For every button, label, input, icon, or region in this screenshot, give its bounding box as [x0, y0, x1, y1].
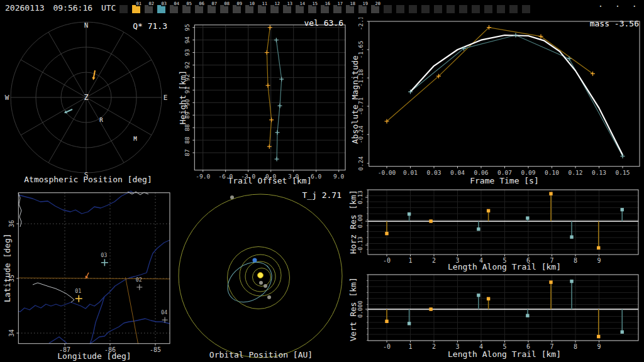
atmospheric-position-chart: NESWZRM [0, 18, 176, 185]
camera-tab-number: 20 [375, 1, 381, 6]
svg-text:95: 95 [184, 24, 191, 31]
camera-tabs: 0102030405060708091011121314151617181920 [119, 5, 530, 13]
tab-slot-empty[interactable] [409, 5, 417, 13]
tab-slot-empty[interactable] [434, 5, 442, 13]
markers-camera-01 [385, 25, 596, 123]
camera-tab-14[interactable]: 14 [296, 5, 304, 13]
tab-slot-empty[interactable] [522, 5, 530, 13]
camera-tab-number: 13 [287, 1, 293, 6]
orbital-caption: Orbital Position [AU] [176, 350, 346, 359]
camera-tab-13[interactable]: 13 [283, 5, 291, 13]
camera-tab-number: 15 [312, 1, 318, 6]
camera-tab-11[interactable]: 11 [258, 5, 266, 13]
svg-text:94: 94 [184, 36, 191, 44]
camera-tab-08[interactable]: 08 [220, 5, 228, 13]
utc-clock: 20260113 09:56:16 UTC [5, 3, 116, 13]
series-camera-03 [276, 40, 281, 159]
stems-camera-01 [385, 192, 600, 250]
qstar-stat: Q* 71.3 [133, 21, 167, 31]
tisserand-stat: T_j 2.71 [302, 190, 341, 200]
tab-slot-empty[interactable] [384, 5, 392, 13]
svg-text:0.10: 0.10 [545, 169, 559, 176]
camera-tab-03[interactable]: 03 [157, 5, 165, 13]
mass-stat: mass -3.56 [590, 19, 639, 28]
camera-tab-number: 03 [161, 1, 167, 6]
camera-tab-17[interactable]: 17 [333, 5, 341, 13]
panel-trail-offset: vel 63.6 Height [km] -9.0-6.0-3.00.03.06… [176, 18, 346, 185]
camera-tab-number: 14 [299, 1, 306, 6]
sun-dot [258, 273, 264, 278]
tab-slot-empty[interactable] [119, 5, 128, 13]
longitude-caption: Longitude [deg] [0, 351, 176, 361]
camera-tab-12[interactable]: 12 [270, 5, 279, 13]
svg-text:02: 02 [136, 277, 142, 283]
svg-text:0.03: 0.03 [427, 169, 441, 176]
camera-tab-15[interactable]: 15 [308, 5, 316, 13]
tab-slot-empty[interactable] [459, 5, 467, 13]
camera-tab-01[interactable]: 01 [132, 5, 140, 13]
camera-tab-number: 18 [350, 1, 356, 6]
svg-text:-0.00: -0.00 [378, 169, 396, 176]
magnitude-ylabel: Absolute Magnitude [350, 55, 360, 144]
markers-camera-01 [265, 25, 274, 148]
tab-slot-empty[interactable] [472, 5, 480, 13]
tab-slot-empty[interactable] [421, 5, 430, 13]
stems-camera-03 [408, 280, 624, 334]
ground-track-map: -87-86-8536353401020304 [0, 185, 176, 362]
svg-text:0.24: 0.24 [357, 156, 364, 170]
vert-res-chart: -01234567890.000 [346, 272, 644, 362]
orbital-position-chart [176, 185, 346, 362]
svg-text:0.13: 0.13 [357, 190, 364, 204]
horz-res-chart: -01234567890.130.00-0.13 [346, 185, 644, 272]
svg-text:E: E [164, 94, 168, 102]
meteor-ground-marker [86, 273, 89, 279]
planet-dot [267, 295, 271, 299]
frame-time-caption: Frame Time [s] [346, 176, 644, 185]
tab-slot-empty[interactable] [396, 5, 404, 13]
camera-tab-07[interactable]: 07 [208, 5, 216, 13]
tab-slot-empty[interactable] [509, 5, 518, 13]
meteor-trail-03 [64, 109, 72, 113]
svg-text:R: R [99, 117, 103, 123]
camera-tab-09[interactable]: 09 [233, 5, 241, 13]
panel-light-curve: mass -3.56 Absolute Magnitude -0.000.010… [346, 18, 644, 185]
camera-tab-number: 19 [362, 1, 369, 6]
tab-slot-empty[interactable] [497, 5, 505, 13]
descent-track-line [125, 277, 138, 344]
horz-res-ylabel: Horz Res [km] [348, 190, 358, 254]
svg-text:0.00: 0.00 [357, 214, 364, 228]
camera-tab-16[interactable]: 16 [321, 5, 329, 13]
vert-res-caption: Length Along Trail [km] [346, 349, 644, 359]
vert-res-ylabel: Vert Res [km] [348, 277, 358, 341]
tab-slot-empty[interactable] [484, 5, 492, 13]
svg-text:-2.12: -2.12 [357, 18, 364, 30]
camera-tab-20[interactable]: 20 [371, 5, 379, 13]
meteor-analysis-app: 20260113 09:56:16 UTC 010203040506070809… [0, 0, 644, 362]
trail-ylabel: Height [km] [178, 70, 187, 124]
velocity-stat: vel 63.6 [304, 18, 343, 28]
overflow-menu[interactable]: · · · [598, 1, 640, 11]
camera-tab-05[interactable]: 05 [182, 5, 191, 13]
svg-text:0.15: 0.15 [616, 169, 630, 176]
tab-slot-empty[interactable] [447, 5, 455, 13]
svg-text:88: 88 [184, 136, 191, 144]
svg-text:36: 36 [8, 220, 15, 228]
markers-camera-03 [274, 38, 284, 161]
camera-tab-number: 01 [136, 1, 142, 6]
svg-text:Z: Z [84, 93, 88, 102]
camera-tab-number: 09 [236, 1, 243, 6]
camera-tab-06[interactable]: 06 [195, 5, 203, 13]
camera-tab-18[interactable]: 18 [346, 5, 354, 13]
svg-text:0.07: 0.07 [497, 169, 512, 176]
camera-tab-number: 11 [262, 1, 268, 6]
svg-text:88: 88 [184, 124, 191, 131]
camera-tab-04[interactable]: 04 [170, 5, 178, 13]
camera-tab-number: 08 [224, 1, 230, 6]
camera-tab-number: 16 [325, 1, 331, 6]
camera-tab-10[interactable]: 10 [245, 5, 253, 13]
camera-tab-19[interactable]: 19 [358, 5, 367, 13]
camera-tab-02[interactable]: 02 [145, 5, 153, 13]
top-bar: 20260113 09:56:16 UTC 010203040506070809… [0, 0, 644, 18]
svg-text:0.06: 0.06 [474, 169, 489, 176]
planet-dot [230, 195, 234, 199]
